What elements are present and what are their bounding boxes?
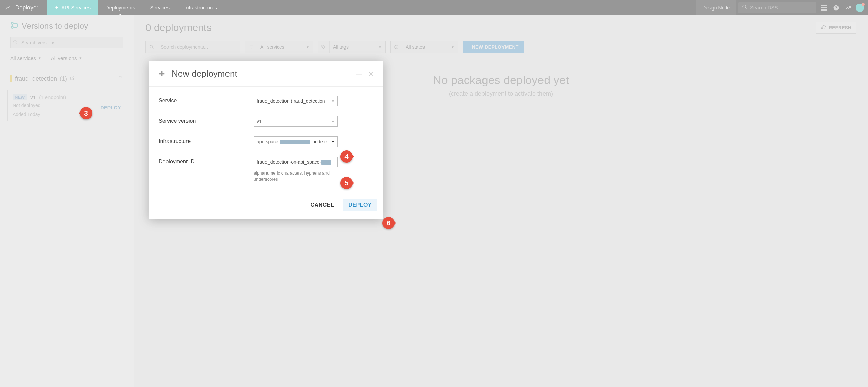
search-icon [13,40,18,46]
svg-rect-6 [823,7,825,8]
tab-services[interactable]: Services [142,0,177,15]
plane-icon: ✈ [54,5,59,11]
filter-all-versions-label: All versions [51,55,77,61]
minimize-icon[interactable]: — [356,70,362,78]
svg-rect-7 [825,7,827,8]
svg-rect-3 [823,5,825,6]
svg-text:?: ? [835,5,837,9]
svg-rect-2 [821,5,823,6]
deployment-id-input[interactable]: fraud_detection-on-api_space- [254,157,338,167]
filter-states-select[interactable]: All states▼ [390,41,458,53]
refresh-button[interactable]: REFRESH [816,22,856,34]
svg-line-16 [16,43,17,44]
chevron-down-icon: ▼ [451,45,454,49]
tab-infrastructures[interactable]: Infrastructures [177,0,224,15]
svg-point-23 [322,46,323,46]
plus-icon: ✚ [159,69,165,78]
service-count: (1) [60,75,67,82]
new-badge: NEW [13,94,27,100]
deploy-button[interactable]: DEPLOY [100,105,121,110]
chevron-up-icon[interactable]: ⌃ [117,74,123,83]
modal-title: New deployment [172,68,350,79]
deployments-search-input[interactable] [157,41,240,53]
cancel-button[interactable]: CANCEL [305,199,340,211]
tag-icon [318,41,330,53]
search-icon [742,4,747,11]
svg-point-18 [150,45,152,48]
filter-tags-label: All tags [333,44,349,50]
annotation-marker-6: 6 [382,217,401,229]
versions-icon [10,21,18,31]
svg-rect-4 [825,5,827,6]
version-card: NEW v1 (1 endpoint) Not deployed Added T… [7,90,126,121]
service-label: Service [159,96,254,104]
apps-icon[interactable] [819,3,829,13]
version-select[interactable]: v1 ▼ [254,116,338,127]
svg-rect-5 [821,7,823,8]
app-logo[interactable] [0,0,12,15]
search-icon [146,41,157,53]
version-label: Service version [159,116,254,124]
close-icon[interactable]: ✕ [368,70,374,78]
sidebar-search[interactable] [10,37,123,48]
sidebar: Versions to deploy All services ▼ All ve… [0,15,134,387]
filter-all-versions[interactable]: All versions ▼ [51,55,82,61]
user-avatar[interactable] [856,4,864,12]
state-icon [391,41,402,53]
svg-line-17 [72,76,74,78]
filter-services-select[interactable]: All services▼ [245,41,313,53]
topbar: Deployer ✈ API Services Deployments Serv… [0,0,868,15]
global-search-input[interactable] [750,5,813,11]
design-node-button[interactable]: Design Node [696,0,736,15]
service-row[interactable]: fraud_detection (1) ⌃ [7,72,126,85]
page-title: 0 deployments [145,22,856,34]
sidebar-search-input[interactable] [10,37,123,48]
tab-deployments[interactable]: Deployments [98,0,143,15]
chevron-down-icon: ▼ [331,120,335,123]
filter-tags-select[interactable]: All tags▼ [318,41,386,53]
external-link-icon[interactable] [70,76,75,82]
deployments-search[interactable] [145,41,240,53]
svg-rect-10 [825,9,827,11]
infrastructure-select-value: api_space-_node-e [257,139,327,144]
service-select[interactable]: fraud_detection (fraud_detection ▼ [254,96,338,106]
global-search[interactable] [738,2,816,13]
sidebar-title: Versions to deploy [22,21,88,31]
svg-rect-9 [823,9,825,11]
brand-name[interactable]: Deployer [12,4,47,11]
version-number: v1 [30,94,36,100]
filter-all-services[interactable]: All services ▼ [10,55,41,61]
activity-icon[interactable] [844,3,853,13]
new-deployment-button[interactable]: + NEW DEPLOYMENT [463,41,524,53]
svg-point-13 [11,22,13,24]
filter-all-services-label: All services [10,55,36,61]
refresh-label: REFRESH [829,25,851,30]
chevron-down-icon: ▼ [79,56,82,60]
chevron-down-icon: ▼ [38,56,41,60]
annotation-marker-5: 5 [340,177,359,189]
svg-point-14 [11,26,13,28]
service-name: fraud_detection [15,75,57,82]
svg-point-15 [14,40,16,43]
svg-point-24 [394,45,398,49]
help-icon[interactable]: ? [831,3,841,13]
version-select-value: v1 [257,119,262,124]
annotation-marker-4: 4 [340,150,359,163]
service-select-value: fraud_detection (fraud_detection [257,98,325,104]
tab-api-services[interactable]: ✈ API Services [47,0,98,15]
deployment-id-label: Deployment ID [159,157,254,165]
filter-icon [245,41,257,53]
tab-api-services-label: API Services [61,5,91,11]
deployment-id-hint: alphanumeric characters, hyphens and und… [254,170,338,182]
annotation-marker-3-label: 3 [80,107,92,119]
deployment-id-value: fraud_detection-on-api_space- [257,159,331,165]
annotation-marker-3: 3 [74,107,92,119]
refresh-icon [821,25,826,31]
chevron-down-icon: ▼ [331,99,335,103]
svg-rect-8 [821,9,823,11]
chevron-down-icon: ▼ [331,140,335,144]
filter-services-label: All services [260,44,284,50]
deploy-button[interactable]: DEPLOY [343,199,377,211]
infrastructure-select[interactable]: api_space-_node-e ▼ [254,136,338,147]
infrastructure-label: Infrastructure [159,136,254,144]
